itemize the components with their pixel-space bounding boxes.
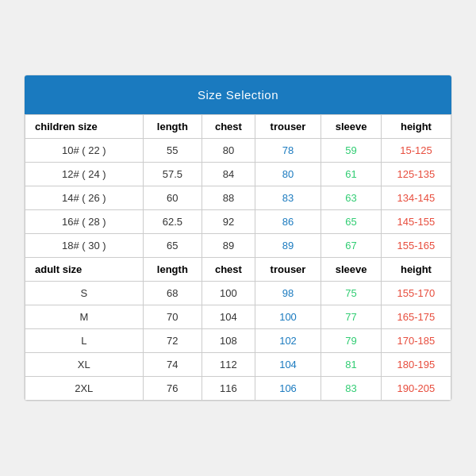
child-row-0-col-3: 78: [255, 139, 321, 163]
child-row-4-col-3: 89: [255, 234, 321, 258]
child-row-1-col-0: 12# ( 24 ): [25, 163, 144, 186]
children-header-col-0: children size: [25, 115, 144, 139]
adult-row-1-col-2: 104: [202, 305, 255, 329]
child-row-4-col-5: 155-165: [381, 234, 451, 258]
card-title: Size Selection: [25, 75, 451, 114]
child-row-1-col-4: 61: [321, 163, 382, 186]
table-row: 12# ( 24 )57.5848061125-135: [25, 163, 451, 186]
child-row-0-col-1: 55: [143, 139, 202, 163]
child-row-3-col-4: 65: [321, 210, 382, 234]
adult-row-4-col-4: 83: [321, 377, 382, 401]
adult-row-3-col-5: 180-195: [381, 353, 451, 377]
adult-row-4-col-0: 2XL: [25, 377, 144, 401]
table-row: M7010410077165-175: [25, 305, 451, 329]
adult-row-0-col-4: 75: [321, 282, 382, 305]
child-row-3-col-0: 16# ( 28 ): [25, 210, 144, 234]
adult-row-2-col-0: L: [25, 329, 144, 353]
adult-row-0-col-1: 68: [143, 282, 202, 305]
adult-row-1-col-5: 165-175: [381, 305, 451, 329]
children-header-col-5: height: [381, 115, 451, 139]
table-row: 2XL7611610683190-205: [25, 377, 451, 401]
table-row: L7210810279170-185: [25, 329, 451, 353]
child-row-4-col-0: 18# ( 30 ): [25, 234, 144, 258]
adult-header-col-1: length: [143, 258, 202, 282]
child-row-1-col-3: 80: [255, 163, 321, 186]
child-row-2-col-3: 83: [255, 186, 321, 210]
child-row-3-col-2: 92: [202, 210, 255, 234]
child-row-1-col-5: 125-135: [381, 163, 451, 186]
child-row-0-col-0: 10# ( 22 ): [25, 139, 144, 163]
table-row: S681009875155-170: [25, 282, 451, 305]
child-row-3-col-3: 86: [255, 210, 321, 234]
table-row: XL7411210481180-195: [25, 353, 451, 377]
adult-row-1-col-4: 77: [321, 305, 382, 329]
table-row: 18# ( 30 )65898967155-165: [25, 234, 451, 258]
child-row-4-col-1: 65: [143, 234, 202, 258]
adult-row-3-col-0: XL: [25, 353, 144, 377]
child-row-2-col-2: 88: [202, 186, 255, 210]
adult-row-2-col-2: 108: [202, 329, 255, 353]
adult-header-col-0: adult size: [25, 258, 144, 282]
children-header-col-2: chest: [202, 115, 255, 139]
adult-header-col-5: height: [381, 258, 451, 282]
children-header-col-4: sleeve: [321, 115, 382, 139]
adult-header-col-4: sleeve: [321, 258, 382, 282]
child-row-2-col-4: 63: [321, 186, 382, 210]
child-row-0-col-4: 59: [321, 139, 382, 163]
child-row-2-col-1: 60: [143, 186, 202, 210]
child-row-3-col-1: 62.5: [143, 210, 202, 234]
child-row-1-col-2: 84: [202, 163, 255, 186]
adult-row-2-col-4: 79: [321, 329, 382, 353]
adult-row-0-col-0: S: [25, 282, 144, 305]
size-selection-card: Size Selection children sizelengthchestt…: [24, 75, 452, 401]
title-text: Size Selection: [198, 88, 278, 102]
adult-row-0-col-2: 100: [202, 282, 255, 305]
adult-row-2-col-3: 102: [255, 329, 321, 353]
adult-row-2-col-1: 72: [143, 329, 202, 353]
children-header-col-1: length: [143, 115, 202, 139]
adult-row-0-col-5: 155-170: [381, 282, 451, 305]
adult-header-col-2: chest: [202, 258, 255, 282]
adult-row-3-col-2: 112: [202, 353, 255, 377]
table-row: 14# ( 26 )60888363134-145: [25, 186, 451, 210]
child-row-4-col-4: 67: [321, 234, 382, 258]
adult-row-3-col-3: 104: [255, 353, 321, 377]
adult-row-4-col-2: 116: [202, 377, 255, 401]
adult-row-4-col-3: 106: [255, 377, 321, 401]
child-row-4-col-2: 89: [202, 234, 255, 258]
child-row-0-col-2: 80: [202, 139, 255, 163]
adult-header-col-3: trouser: [255, 258, 321, 282]
adult-row-2-col-5: 170-185: [381, 329, 451, 353]
adult-row-1-col-3: 100: [255, 305, 321, 329]
child-row-2-col-0: 14# ( 26 ): [25, 186, 144, 210]
child-row-1-col-1: 57.5: [143, 163, 202, 186]
table-row: 10# ( 22 )5580785915-125: [25, 139, 451, 163]
adult-row-1-col-1: 70: [143, 305, 202, 329]
children-header-col-3: trouser: [255, 115, 321, 139]
adult-row-4-col-1: 76: [143, 377, 202, 401]
adult-row-0-col-3: 98: [255, 282, 321, 305]
adult-row-3-col-1: 74: [143, 353, 202, 377]
table-row: 16# ( 28 )62.5928665145-155: [25, 210, 451, 234]
adult-row-4-col-5: 190-205: [381, 377, 451, 401]
child-row-3-col-5: 145-155: [381, 210, 451, 234]
child-row-0-col-5: 15-125: [381, 139, 451, 163]
child-row-2-col-5: 134-145: [381, 186, 451, 210]
adult-row-1-col-0: M: [25, 305, 144, 329]
adult-row-3-col-4: 81: [321, 353, 382, 377]
size-table: children sizelengthchesttrousersleevehei…: [25, 114, 451, 401]
